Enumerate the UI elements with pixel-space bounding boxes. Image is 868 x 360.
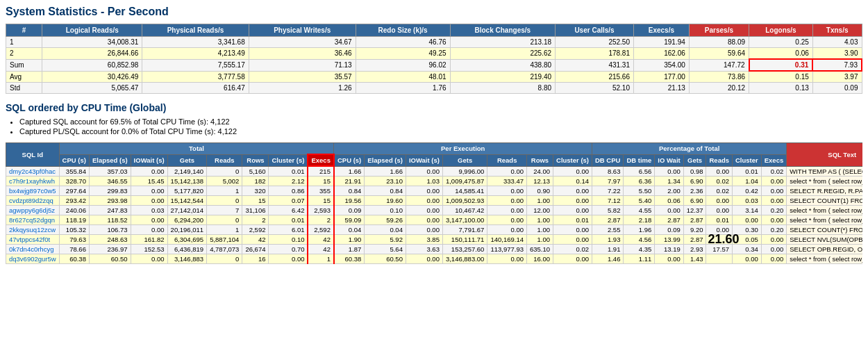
sql-execs-8: 42 <box>308 245 333 254</box>
sql-t-rows-1: 182 <box>242 177 269 186</box>
sql-id-1[interactable]: c7h9r1xayhkwh <box>6 177 60 186</box>
sql-id-0[interactable]: dmy2c43pf0hac <box>6 166 60 177</box>
stat-parses-2: 147.72 <box>689 59 749 71</box>
stat-pr-1: 4,213.49 <box>142 48 249 60</box>
sql-t-iowait-3: 0.00 <box>131 196 167 206</box>
sql-pct-gets-3: 6.90 <box>683 196 706 206</box>
th-p-cluster: Cluster (s) <box>553 154 592 166</box>
sql-t-elapsed-6: 106.73 <box>89 225 131 235</box>
sql-pct-dbcpu-5: 2.87 <box>592 215 624 225</box>
sql-id-3[interactable]: cvdzpt89d2zqq <box>6 196 60 206</box>
stat-bc-2: 438.80 <box>450 59 556 71</box>
sql-bullets: Captured SQL account for 69.5% of Total … <box>19 117 862 136</box>
sql-pct-iowait-6: 0.09 <box>655 225 683 235</box>
stat-lr-4: 5,065.47 <box>42 83 142 94</box>
stat-uc-0: 252.50 <box>556 37 634 48</box>
sql-p-gets-3: 1,009,502.93 <box>442 196 487 206</box>
sql-p-elapsed-1: 23.10 <box>365 177 406 186</box>
page-title: System Statistics - Per Second <box>6 6 862 18</box>
stat-lr-1: 26,844.66 <box>42 48 142 60</box>
sql-pct-reads-3: 0.00 <box>706 196 733 206</box>
sql-t-gets-4: 27,142,014 <box>167 206 207 215</box>
sql-p-gets-4: 10,467.42 <box>442 206 487 215</box>
sql-p-iowait-6: 0.00 <box>406 225 442 235</box>
sql-t-iowait-6: 0.00 <box>131 225 167 235</box>
sql-p-reads-2: 0.00 <box>487 186 527 196</box>
sql-p-cpu-2: 0.84 <box>334 186 365 196</box>
sql-t-reads-5: 0 <box>207 215 242 225</box>
th-t-gets: Gets <box>167 154 207 166</box>
sql-pct-execs-9: 0.00 <box>761 254 786 264</box>
sql-p-gets-5: 3,147,100.00 <box>442 215 487 225</box>
sql-pct-dbcpu-6: 2.55 <box>592 225 624 235</box>
sql-t-gets-3: 15,142,544 <box>167 196 207 206</box>
sql-t-cpu-5: 118.19 <box>59 215 89 225</box>
sql-p-gets-1: 1,009,475.87 <box>442 177 487 186</box>
sql-pct-dbtime-1: 6.36 <box>624 177 655 186</box>
stat-redo-3: 48.01 <box>356 71 450 83</box>
sql-pct-gets-7: 2.87 <box>683 235 706 245</box>
sql-t-cluster-5: 0.01 <box>269 215 308 225</box>
th-pct-reads: Reads <box>706 154 733 166</box>
sql-id-4[interactable]: agwppy6g6dj5z <box>6 206 60 215</box>
sql-pct-execs-1: 0.00 <box>761 177 786 186</box>
sql-t-iowait-9: 0.00 <box>131 254 167 264</box>
sql-p-iowait-4: 0.00 <box>406 206 442 215</box>
sql-t-cpu-3: 293.42 <box>59 196 89 206</box>
sql-p-cpu-6: 0.04 <box>334 225 365 235</box>
sql-text-4: select * from ( select row_*,... <box>787 206 862 215</box>
sql-id-5[interactable]: 8r627cq52dgqn <box>6 215 60 225</box>
sql-pct-reads-5: 0.01 <box>706 215 733 225</box>
th-p-reads: Reads <box>487 154 527 166</box>
stat-txns-4: 0.09 <box>812 83 862 94</box>
col-header-execs: Execs/s <box>633 24 689 37</box>
stat-pr-0: 3,341.68 <box>142 37 249 48</box>
sql-p-elapsed-5: 59.26 <box>365 215 406 225</box>
sql-p-iowait-5: 0.00 <box>406 215 442 225</box>
sql-t-cpu-6: 105.32 <box>59 225 89 235</box>
sql-p-gets-8: 153,257.60 <box>442 245 487 254</box>
sql-text-0: WITH TEMP AS ( (SELECT TAB.UPD... <box>787 166 862 177</box>
stat-pr-3: 3,777.58 <box>142 71 249 83</box>
sql-pct-dbtime-0: 6.56 <box>624 166 655 177</box>
sql-t-elapsed-4: 247.83 <box>89 206 131 215</box>
sql-pct-cluster-9: 0.00 <box>733 254 762 264</box>
sql-pct-iowait-1: 1.34 <box>655 177 683 186</box>
col-header-num: # <box>6 24 42 37</box>
sql-execs-3: 15 <box>308 196 333 206</box>
th-t-cpu: CPU (s) <box>59 154 89 166</box>
sql-id-2[interactable]: bx4wjg897c0w5 <box>6 186 60 196</box>
sql-p-iowait-8: 3.63 <box>406 245 442 254</box>
sql-t-elapsed-5: 118.52 <box>89 215 131 225</box>
sql-t-iowait-8: 152.53 <box>131 245 167 254</box>
stat-bc-1: 225.62 <box>450 48 556 60</box>
sql-pct-dbtime-2: 5.50 <box>624 186 655 196</box>
sql-id-9[interactable]: dq3v6902gur5w <box>6 254 60 264</box>
sql-pct-dbcpu-3: 7.12 <box>592 196 624 206</box>
stat-lr-0: 34,008.31 <box>42 37 142 48</box>
stat-pw-2: 71.13 <box>249 59 356 71</box>
sql-p-cpu-0: 1.66 <box>334 166 365 177</box>
sql-p-gets-0: 9,996.00 <box>442 166 487 177</box>
sql-pct-execs-6: 0.20 <box>761 225 786 235</box>
stat-execs-1: 162.06 <box>633 48 689 60</box>
sql-t-cluster-3: 0.07 <box>269 196 308 206</box>
sql-t-gets-6: 20,196,011 <box>167 225 207 235</box>
col-header-uc: User Calls/s <box>556 24 634 37</box>
sql-pct-dbcpu-8: 1.91 <box>592 245 624 254</box>
sql-text-1: select * from ( select row_*,... <box>787 177 862 186</box>
stat-lr-3: 30,426.49 <box>42 71 142 83</box>
sql-id-8[interactable]: 0k7dn4c0rhcyg <box>6 245 60 254</box>
sql-pct-execs-8: 0.00 <box>761 245 786 254</box>
th-t-reads: Reads <box>207 154 242 166</box>
sql-id-6[interactable]: 2kkqysuq12zcw <box>6 225 60 235</box>
stat-parses-0: 88.09 <box>689 37 749 48</box>
sql-id-7[interactable]: 47vtppcs42f0t <box>6 235 60 245</box>
sql-p-cpu-4: 0.09 <box>334 206 365 215</box>
sql-t-gets-8: 6,436,819 <box>167 245 207 254</box>
th-p-cpu: CPU (s) <box>334 154 365 166</box>
group-total-header: Total <box>59 143 334 155</box>
sql-execs-9: 1 <box>308 254 333 264</box>
th-pct-gets: Gets <box>683 154 706 166</box>
th-p-gets: Gets <box>442 154 487 166</box>
